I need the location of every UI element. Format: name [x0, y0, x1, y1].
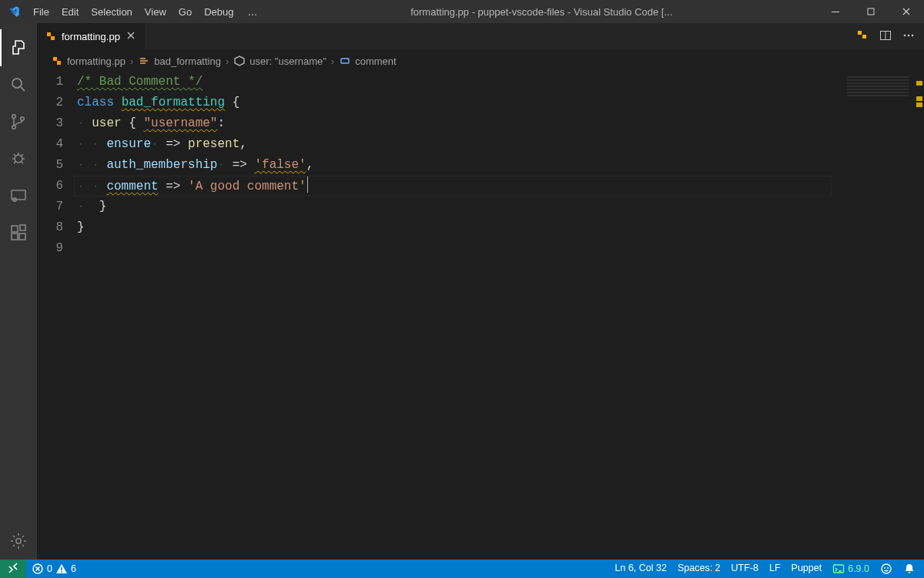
status-pdk[interactable]: 6.9.0 — [827, 563, 875, 575]
minimap[interactable] — [836, 72, 913, 560]
puppet-action[interactable] — [856, 29, 869, 44]
warning-marker — [916, 96, 922, 101]
close-button[interactable] — [889, 0, 924, 23]
line-number: 7 — [37, 197, 63, 217]
menu-edit[interactable]: Edit — [55, 0, 85, 23]
close-icon — [900, 5, 912, 18]
tab-formatting[interactable]: formatting.pp — [37, 23, 146, 49]
status-bar: 0 6 Ln 6, Col 32 Spaces: 2 UTF-8 LF Pupp… — [0, 560, 924, 578]
breadcrumb-property[interactable]: comment — [339, 55, 396, 67]
svg-rect-27 — [909, 572, 911, 573]
warning-icon — [55, 563, 68, 575]
line-number: 2 — [37, 92, 63, 113]
split-editor-button[interactable] — [879, 29, 892, 44]
status-feedback[interactable] — [875, 563, 898, 575]
status-cursor-position[interactable]: Ln 6, Col 32 — [610, 563, 672, 573]
activity-debug[interactable] — [0, 140, 37, 177]
activity-settings[interactable] — [0, 523, 37, 560]
search-icon — [9, 76, 28, 94]
status-encoding[interactable]: UTF-8 — [726, 563, 764, 573]
code-line[interactable]: · user { "username": — [77, 113, 836, 134]
status-problems[interactable]: 0 6 — [26, 560, 82, 578]
editor-more-button[interactable] — [902, 29, 915, 44]
activity-extensions[interactable] — [0, 214, 37, 251]
puppet-file-icon — [45, 30, 57, 42]
remote-indicator[interactable] — [0, 560, 26, 578]
svg-point-5 — [21, 117, 25, 121]
status-indentation[interactable]: Spaces: 2 — [672, 563, 726, 573]
tab-label: formatting.pp — [62, 31, 120, 42]
breadcrumb-class[interactable]: bad_formatting — [138, 55, 221, 67]
gear-icon — [9, 532, 28, 550]
titlebar: File Edit Selection View Go Debug … form… — [0, 0, 924, 23]
svg-rect-1 — [868, 8, 874, 15]
main: formatting.pp formatting.pp — [0, 23, 924, 560]
activity-scm[interactable] — [0, 103, 37, 140]
breadcrumb-resource[interactable]: user: "username" — [233, 55, 326, 67]
svg-point-16 — [904, 34, 906, 36]
editor-split: 123456789 /* Bad Comment */class bad_for… — [37, 72, 924, 560]
menu-file[interactable]: File — [27, 0, 55, 23]
svg-point-3 — [12, 115, 16, 119]
status-notifications[interactable] — [898, 563, 921, 575]
svg-point-24 — [882, 564, 891, 573]
svg-point-2 — [12, 79, 22, 88]
terminal-icon — [832, 563, 845, 575]
branch-icon — [9, 113, 28, 131]
code-line[interactable]: /* Bad Comment */ — [77, 72, 836, 92]
svg-rect-21 — [61, 567, 62, 570]
line-number: 3 — [37, 113, 63, 134]
code-line[interactable]: · · comment => 'A good comment' — [77, 176, 836, 197]
svg-rect-11 — [19, 234, 25, 240]
activity-remote[interactable] — [0, 177, 37, 214]
activity-explorer[interactable] — [0, 29, 37, 66]
line-number: 6 — [37, 176, 63, 197]
overview-ruler[interactable] — [913, 72, 924, 560]
svg-rect-9 — [12, 226, 18, 232]
maximize-icon — [865, 5, 877, 18]
minimize-icon — [829, 5, 842, 18]
warning-marker — [916, 102, 922, 107]
menubar: File Edit Selection View Go Debug … — [27, 0, 265, 23]
activity-bar — [0, 23, 37, 560]
svg-rect-22 — [61, 571, 62, 573]
code-line[interactable] — [77, 238, 836, 259]
code-editor[interactable]: 123456789 /* Bad Comment */class bad_for… — [37, 72, 836, 560]
menu-go[interactable]: Go — [172, 0, 198, 23]
code-content[interactable]: /* Bad Comment */class bad_formatting {·… — [77, 72, 836, 560]
status-eol[interactable]: LF — [764, 563, 786, 573]
breadcrumbs[interactable]: formatting.pp › bad_formatting › user: "… — [37, 50, 924, 72]
line-number: 1 — [37, 72, 63, 92]
status-language[interactable]: Puppet — [786, 563, 828, 573]
minimize-button[interactable] — [818, 0, 853, 23]
code-line[interactable]: · } — [77, 197, 836, 217]
bell-icon — [903, 563, 916, 575]
svg-rect-10 — [12, 234, 18, 240]
breadcrumb-file-label: formatting.pp — [67, 55, 126, 67]
code-line[interactable]: · · auth_membership· => 'false', — [77, 155, 836, 176]
menu-overflow[interactable]: … — [239, 6, 265, 18]
tab-close[interactable] — [125, 29, 137, 44]
symbol-object-icon — [233, 55, 246, 67]
menu-debug[interactable]: Debug — [198, 0, 239, 23]
line-number: 9 — [37, 238, 63, 259]
svg-point-13 — [16, 539, 21, 543]
symbol-field-icon — [339, 55, 351, 67]
window-controls — [818, 0, 924, 23]
code-line[interactable]: class bad_formatting { — [77, 92, 836, 113]
activity-search[interactable] — [0, 66, 37, 103]
svg-point-25 — [884, 567, 886, 569]
breadcrumb-file[interactable]: formatting.pp — [51, 55, 126, 67]
vscode-icon — [8, 5, 20, 18]
line-number: 4 — [37, 134, 63, 155]
svg-rect-0 — [832, 12, 839, 12]
code-line[interactable]: · · ensure· => present, — [77, 134, 836, 155]
menu-selection[interactable]: Selection — [85, 0, 138, 23]
chevron-right-icon: › — [130, 55, 133, 67]
status-warnings-count: 6 — [71, 563, 76, 574]
line-gutter: 123456789 — [37, 72, 77, 560]
code-line[interactable]: } — [77, 217, 836, 238]
menu-view[interactable]: View — [139, 0, 172, 23]
maximize-button[interactable] — [853, 0, 889, 23]
remote-icon — [7, 563, 19, 575]
